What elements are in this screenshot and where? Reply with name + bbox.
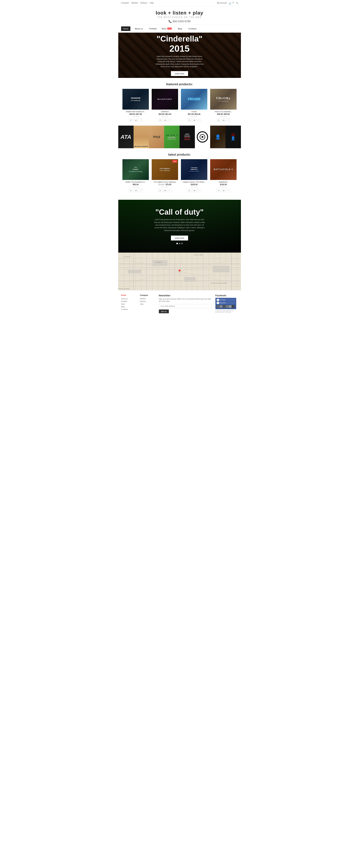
compare-button[interactable]: ⇄ (192, 119, 197, 122)
product-image-maleficent: MALEFICENT (152, 89, 178, 110)
dot-2[interactable] (179, 243, 180, 244)
svg-text:PRAIRIE SHORES: PRAIRIE SHORES (118, 288, 129, 289)
fb-photo (226, 305, 229, 308)
wishlist-button[interactable]: ♡ (197, 119, 201, 122)
band-item-slimshady[interactable]: SlimShady 👤 (226, 126, 241, 148)
wishlist-button[interactable]: ♡ (227, 189, 230, 192)
product-stars: ★★★★★ (122, 186, 149, 188)
facebook-title: Facebook: (215, 294, 238, 297)
product-stars: ★★★★★ (152, 116, 178, 118)
compare-button[interactable]: ⇄ (192, 189, 197, 192)
footer-link-store[interactable]: Store (121, 303, 136, 305)
add-to-cart-button[interactable]: 🛒 (187, 119, 192, 122)
fb-shop-now: f Shop Now (216, 302, 235, 304)
site-subtitle: THE BEST CHOICE ON THE WEB (121, 16, 238, 18)
product-actions: 🛒 ⇄ ♡ (181, 189, 207, 192)
search-icon[interactable]: 🔍 (236, 2, 238, 4)
top-bar: Compare Wishlist Delivery Help My Accoun… (118, 0, 241, 6)
nav-about[interactable]: About us (133, 26, 145, 31)
product-name: Foo Fighters Sonic Highways (152, 181, 178, 183)
facebook-widget[interactable]: f Like Page f Shop Now (215, 298, 236, 309)
delivery-link[interactable]: Delivery (140, 2, 148, 4)
band-item-mark[interactable]: MARKRONSONUPTOWNSPECIAL (180, 126, 195, 148)
map-marker[interactable]: 📍 (177, 269, 182, 274)
band-item-guster[interactable]: GUSTER EVERMOTION (164, 126, 179, 148)
footer-col-compare: Compare Wishlist Delivery Help (140, 294, 155, 313)
wishlist-link[interactable]: Wishlist (131, 2, 139, 4)
band-item-person[interactable]: 👤 (210, 126, 226, 148)
compare-button[interactable]: ⇄ (222, 119, 226, 122)
wishlist-button[interactable]: ♡ (168, 119, 172, 122)
site-title: look + listen + play (121, 10, 238, 16)
wishlist-button[interactable]: ♡ (139, 119, 143, 122)
wishlist-button[interactable]: ♡ (197, 189, 201, 192)
my-account-link[interactable]: My Account (217, 2, 227, 4)
product-card-fighters: Foo FightersSonic Highways sale Foo Figh… (152, 159, 178, 192)
fb-photo (220, 305, 222, 308)
fb-like-page: f Like Page (216, 299, 235, 301)
compare-link[interactable]: Compare (121, 2, 130, 4)
wishlist-button[interactable]: ♡ (139, 189, 143, 192)
sale-badge: sale (173, 160, 177, 163)
help-link[interactable]: Help (150, 2, 154, 4)
product-name: Maleficent (152, 111, 178, 113)
footer-link-portfolio[interactable]: Portfolio (121, 301, 136, 302)
product-card-maleficent: MALEFICENT Maleficent $52.00–$61.00 ★★★★… (152, 89, 178, 122)
hero-read-more-button[interactable]: read more (171, 71, 188, 76)
add-to-cart-button[interactable]: 🛒 (129, 119, 133, 122)
map-section: W 100 St PILSEN SOUTH SIDE JONES PRAIRIE… (118, 253, 241, 290)
fb-photo (217, 305, 219, 308)
compare-button[interactable]: ⇄ (134, 119, 138, 122)
newsletter-email-input[interactable] (159, 304, 212, 308)
compare-button[interactable]: ⇄ (163, 189, 167, 192)
add-to-cart-button[interactable]: 🛒 (158, 119, 162, 122)
product-actions: 🛒 ⇄ ♡ (122, 189, 149, 192)
wishlist-button[interactable]: ♡ (227, 119, 230, 122)
product-name: Theory of a Deadman... (210, 111, 237, 113)
footer-link-delivery[interactable]: Delivery (140, 301, 155, 302)
hero2-title: "Call of duty" (154, 208, 205, 216)
nav-portfolio[interactable]: Portfolio (147, 26, 158, 31)
add-to-cart-button[interactable]: 🛒 (187, 189, 192, 192)
footer-link-help[interactable]: Help (140, 303, 155, 305)
band-item-spiral[interactable] (195, 126, 210, 148)
product-actions: 🛒 ⇄ ♡ (152, 189, 178, 192)
product-actions: 🛒 ⇄ ♡ (122, 119, 149, 122)
compare-button[interactable]: ⇄ (163, 119, 167, 122)
nav-home[interactable]: Home (121, 26, 130, 31)
fb-photos (216, 305, 235, 308)
main-nav: Home / About us / Portfolio Store sale /… (118, 25, 241, 33)
wishlist-button[interactable]: ♡ (168, 189, 172, 192)
band-item-ata[interactable]: ATA (118, 126, 133, 148)
footer-link-wishlist[interactable]: Wishlist (140, 298, 155, 300)
dot-3[interactable] (181, 243, 183, 244)
add-to-cart-button[interactable]: 🛒 (158, 189, 162, 192)
hero2-read-more-button[interactable]: read more (171, 236, 188, 241)
product-name: Hobbit: The Desolation of... (122, 181, 149, 183)
dot-1[interactable] (176, 243, 178, 244)
facebook-section: Facebook: f Like Page f Shop Now (215, 294, 238, 313)
add-to-cart-button[interactable]: 🛒 (129, 189, 133, 192)
signup-button[interactable]: sign up (159, 310, 169, 313)
add-to-cart-button[interactable]: 🛒 (216, 119, 221, 122)
band-item-title[interactable]: TITLE (149, 126, 164, 148)
footer: Home About us Portfolio Store Blog Conta… (118, 290, 241, 317)
product-image-battlefield: BATTLEFIELD 4 (210, 159, 237, 180)
footer-link-about[interactable]: About us (121, 298, 136, 300)
compare-button[interactable]: ⇄ (222, 189, 226, 192)
compare-button[interactable]: ⇄ (134, 189, 138, 192)
footer-link-contacts[interactable]: Contacts (121, 308, 136, 310)
nav-blog[interactable]: Blog (176, 26, 184, 31)
nav-store[interactable]: Store sale (159, 26, 174, 31)
band-item-meghan[interactable]: MEGHAN TRAINOR (133, 126, 149, 148)
add-to-cart-button[interactable]: 🛒 (216, 189, 221, 192)
product-actions: 🛒 ⇄ ♡ (152, 119, 178, 122)
footer-link-blog[interactable]: Blog (121, 306, 136, 308)
nav-contacts[interactable]: Contacts (186, 26, 198, 31)
newsletter-title: Newsletter: (159, 294, 212, 297)
phone-icon: 📞 (169, 20, 172, 23)
cart-icon[interactable]: 🛒 0 (229, 1, 234, 5)
hero-title: "Cinderella" (155, 34, 204, 43)
facebook-logo: f (217, 299, 219, 301)
site-header: look + listen + play THE BEST CHOICE ON … (118, 6, 241, 25)
